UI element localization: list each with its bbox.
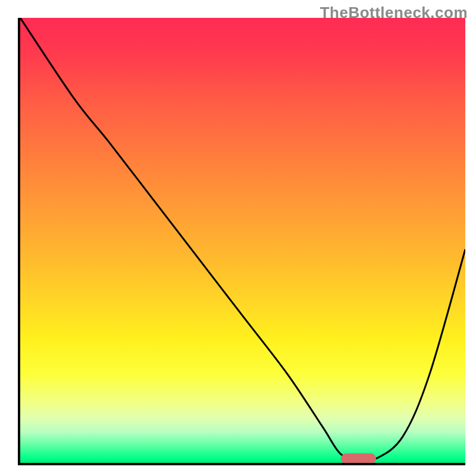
plot-area — [18, 18, 465, 465]
curve-path — [20, 18, 465, 461]
optimum-marker — [341, 453, 377, 464]
bottleneck-curve — [20, 18, 465, 463]
chart-frame: TheBottleneck.com — [0, 0, 476, 476]
